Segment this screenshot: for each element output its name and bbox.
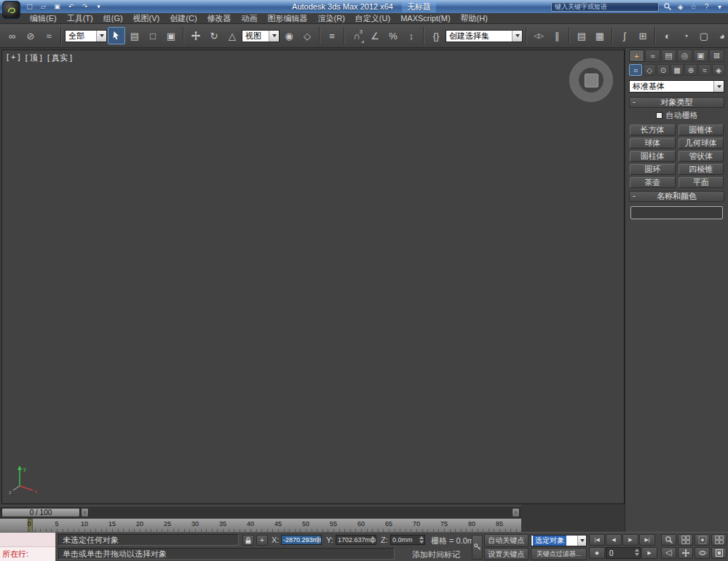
tab-modify[interactable]: ≈ [645, 50, 660, 62]
button-plane[interactable]: 平面 [678, 177, 724, 188]
schematic-view-button[interactable]: ⊞ [634, 27, 652, 44]
spinner-icon[interactable] [635, 549, 639, 556]
undo-icon[interactable]: ↶ [66, 1, 76, 12]
key-filters-button[interactable]: 关键点过滤器... [531, 548, 587, 560]
menu-customize[interactable]: 自定义(U) [350, 13, 395, 24]
select-and-link-button[interactable]: ∞ [4, 27, 21, 44]
material-editor-button[interactable]: ◐ [659, 27, 676, 44]
search-icon[interactable] [662, 2, 672, 11]
absolute-offset-toggle-button[interactable]: + [256, 535, 268, 546]
spinner-icon[interactable] [419, 536, 424, 544]
x-coordinate-field[interactable]: -2870.293mm [281, 535, 322, 545]
graphite-ribbon-button[interactable]: ▦ [591, 27, 609, 44]
tab-motion[interactable]: ◎ [677, 50, 692, 62]
current-frame-field[interactable]: 0 [606, 547, 641, 559]
zoom-extents-icon[interactable] [695, 534, 710, 546]
align-button[interactable]: ∥ [548, 27, 566, 44]
keyboard-shortcut-override-button[interactable]: ≡ [323, 27, 341, 44]
menu-tools[interactable]: 工具(T) [62, 13, 98, 24]
maximize-viewport-toggle-icon[interactable] [711, 547, 727, 559]
listener-macro-line[interactable] [0, 533, 55, 547]
subtab-helpers[interactable]: ⊕ [684, 64, 697, 76]
tab-display[interactable]: ▣ [693, 50, 708, 62]
dropdown-arrow-icon[interactable] [96, 31, 106, 42]
redo-icon[interactable]: ↷ [79, 1, 90, 12]
menu-create[interactable]: 创建(C) [165, 13, 202, 24]
button-tube[interactable]: 管状体 [678, 151, 724, 162]
listener-prompt-line[interactable]: 所在行: [0, 547, 55, 561]
z-coordinate-field[interactable]: 0.0mm [390, 535, 425, 545]
set-keys-button[interactable] [472, 535, 483, 560]
selection-region-button[interactable]: □ [144, 27, 162, 44]
rendered-frame-window-button[interactable]: ▢ [695, 27, 713, 44]
button-sphere[interactable]: 球体 [630, 138, 676, 149]
pan-view-icon[interactable] [678, 547, 693, 559]
subtab-systems[interactable]: ◈ [712, 64, 725, 76]
select-and-move-button[interactable] [187, 27, 205, 44]
rollout-object-type[interactable]: - 对象类型 [629, 97, 724, 108]
button-cylinder[interactable]: 圆柱体 [630, 151, 676, 162]
percent-snap-button[interactable]: % [384, 27, 402, 44]
button-box[interactable]: 长方体 [630, 125, 676, 136]
application-menu-button[interactable] [2, 1, 20, 19]
angle-snap-button[interactable]: ∠ [366, 27, 384, 44]
select-by-name-button[interactable]: ▤ [126, 27, 143, 44]
workspace-dropdown-icon[interactable]: ▾ [93, 1, 104, 12]
spinner-snap-button[interactable]: ↕ [403, 27, 420, 44]
render-production-button[interactable]: ◕ [713, 27, 728, 44]
curve-editor-button[interactable]: ∫ [616, 27, 633, 44]
next-frame-button[interactable]: ◀ [641, 547, 657, 559]
help-dropdown-icon[interactable]: ▾ [715, 3, 724, 11]
menu-animation[interactable]: 动画 [237, 13, 263, 24]
dropdown-arrow-icon[interactable] [512, 31, 522, 42]
open-file-icon[interactable]: ▱ [38, 1, 49, 12]
edit-named-selection-sets-button[interactable]: {} [427, 27, 445, 44]
tab-utilities[interactable]: ⊠ [709, 50, 724, 62]
autogrid-checkbox[interactable] [656, 112, 662, 119]
render-setup-button[interactable]: ◔ [677, 27, 695, 44]
snap-toggle-3d-button[interactable]: ∩3 [348, 27, 365, 44]
communication-center-icon[interactable]: ◈ [676, 3, 685, 11]
key-mode-toggle-button[interactable]: ◆ [589, 547, 605, 559]
go-to-start-button[interactable]: |◀ [589, 534, 605, 546]
previous-frame-button[interactable]: ◀ [606, 534, 622, 546]
play-button[interactable]: ▶ [622, 534, 638, 546]
named-selection-set-dropdown[interactable]: 创建选择集 [446, 30, 523, 42]
add-time-tag[interactable]: 添加时间标记 [412, 549, 460, 560]
bind-to-space-warp-button[interactable]: ≈ [40, 27, 58, 44]
zoom-all-icon[interactable] [678, 534, 693, 546]
menu-graph-editors[interactable]: 图形编辑器 [263, 13, 313, 24]
selection-filter-dropdown[interactable]: 全部 [65, 30, 107, 42]
auto-key-button[interactable]: 自动关键点 [484, 534, 529, 547]
time-slider-next-icon[interactable]: › [81, 508, 89, 517]
menu-help[interactable]: 帮助(H) [456, 13, 493, 24]
new-file-icon[interactable]: ▢ [24, 1, 35, 12]
reference-coordinate-dropdown[interactable]: 视图 [242, 30, 280, 42]
subtab-geometry[interactable]: ○ [629, 64, 642, 76]
subtab-lights[interactable]: ⊙ [657, 64, 670, 76]
button-cone[interactable]: 圆锥体 [678, 125, 724, 136]
y-coordinate-field[interactable]: 1702.637mm [336, 535, 376, 545]
spinner-icon[interactable] [371, 536, 375, 544]
subtab-shapes[interactable]: ◇ [643, 64, 656, 76]
time-slider-end-icon[interactable]: › [512, 508, 520, 517]
viewport-shading-menu[interactable]: [ 真实 ] [47, 52, 72, 63]
menu-views[interactable]: 视图(V) [128, 13, 165, 24]
menu-edit[interactable]: 编辑(E) [25, 13, 62, 24]
spinner-icon[interactable] [316, 536, 320, 544]
set-key-button[interactable]: 设置关键点 [484, 548, 529, 560]
button-teapot[interactable]: 茶壶 [630, 177, 676, 188]
dropdown-arrow-icon[interactable] [269, 31, 279, 42]
selection-lock-button[interactable] [242, 535, 254, 546]
button-pyramid[interactable]: 四棱锥 [678, 164, 724, 175]
tab-hierarchy[interactable]: ▤ [661, 50, 676, 62]
select-object-button[interactable] [108, 27, 125, 44]
subtab-space-warps[interactable]: ≈ [698, 64, 711, 76]
window-crossing-button[interactable]: ▣ [162, 27, 180, 44]
layer-manager-button[interactable]: ▤ [573, 27, 590, 44]
zoom-extents-all-icon[interactable] [711, 534, 727, 546]
menu-rendering[interactable]: 渲染(R) [313, 13, 350, 24]
save-file-icon[interactable]: ▣ [52, 1, 63, 12]
unlink-selection-button[interactable]: ⊘ [22, 27, 39, 44]
menu-maxscript[interactable]: MAXScript(M) [395, 13, 455, 24]
